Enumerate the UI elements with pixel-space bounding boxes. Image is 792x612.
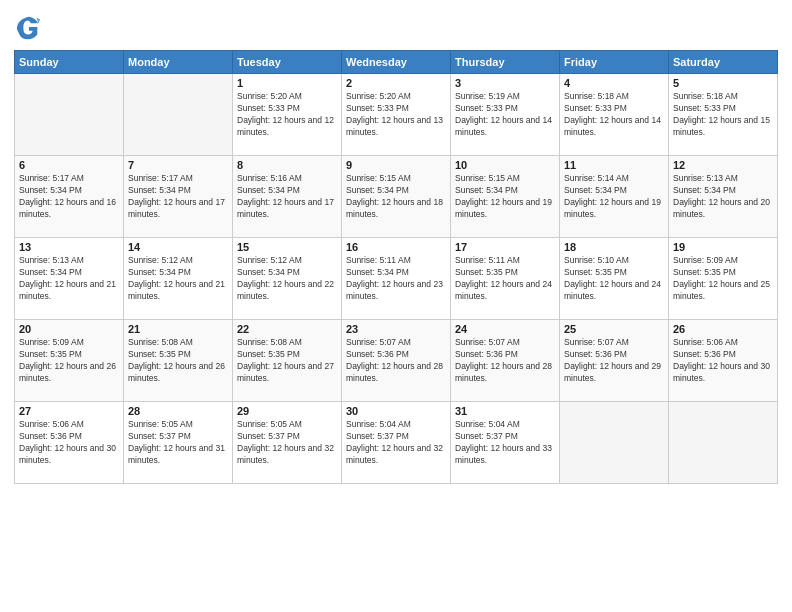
calendar-body: 1Sunrise: 5:20 AM Sunset: 5:33 PM Daylig… [15, 74, 778, 484]
day-cell: 30Sunrise: 5:04 AM Sunset: 5:37 PM Dayli… [342, 402, 451, 484]
logo [14, 14, 44, 42]
day-cell [560, 402, 669, 484]
day-number: 7 [128, 159, 228, 171]
day-cell: 26Sunrise: 5:06 AM Sunset: 5:36 PM Dayli… [669, 320, 778, 402]
day-cell: 5Sunrise: 5:18 AM Sunset: 5:33 PM Daylig… [669, 74, 778, 156]
day-cell: 29Sunrise: 5:05 AM Sunset: 5:37 PM Dayli… [233, 402, 342, 484]
day-number: 8 [237, 159, 337, 171]
day-number: 30 [346, 405, 446, 417]
calendar: SundayMondayTuesdayWednesdayThursdayFrid… [14, 50, 778, 484]
day-info: Sunrise: 5:14 AM Sunset: 5:34 PM Dayligh… [564, 173, 664, 221]
header-day-monday: Monday [124, 51, 233, 74]
day-cell: 23Sunrise: 5:07 AM Sunset: 5:36 PM Dayli… [342, 320, 451, 402]
day-number: 31 [455, 405, 555, 417]
day-info: Sunrise: 5:17 AM Sunset: 5:34 PM Dayligh… [128, 173, 228, 221]
day-info: Sunrise: 5:10 AM Sunset: 5:35 PM Dayligh… [564, 255, 664, 303]
day-number: 21 [128, 323, 228, 335]
day-cell [15, 74, 124, 156]
day-info: Sunrise: 5:17 AM Sunset: 5:34 PM Dayligh… [19, 173, 119, 221]
day-info: Sunrise: 5:08 AM Sunset: 5:35 PM Dayligh… [237, 337, 337, 385]
day-cell: 25Sunrise: 5:07 AM Sunset: 5:36 PM Dayli… [560, 320, 669, 402]
day-cell: 17Sunrise: 5:11 AM Sunset: 5:35 PM Dayli… [451, 238, 560, 320]
header-day-friday: Friday [560, 51, 669, 74]
day-number: 16 [346, 241, 446, 253]
day-number: 22 [237, 323, 337, 335]
day-cell: 21Sunrise: 5:08 AM Sunset: 5:35 PM Dayli… [124, 320, 233, 402]
day-cell: 22Sunrise: 5:08 AM Sunset: 5:35 PM Dayli… [233, 320, 342, 402]
day-info: Sunrise: 5:12 AM Sunset: 5:34 PM Dayligh… [237, 255, 337, 303]
header-day-wednesday: Wednesday [342, 51, 451, 74]
day-number: 24 [455, 323, 555, 335]
day-number: 12 [673, 159, 773, 171]
day-number: 9 [346, 159, 446, 171]
day-cell: 24Sunrise: 5:07 AM Sunset: 5:36 PM Dayli… [451, 320, 560, 402]
calendar-header: SundayMondayTuesdayWednesdayThursdayFrid… [15, 51, 778, 74]
day-cell: 19Sunrise: 5:09 AM Sunset: 5:35 PM Dayli… [669, 238, 778, 320]
day-info: Sunrise: 5:12 AM Sunset: 5:34 PM Dayligh… [128, 255, 228, 303]
day-info: Sunrise: 5:07 AM Sunset: 5:36 PM Dayligh… [455, 337, 555, 385]
day-info: Sunrise: 5:13 AM Sunset: 5:34 PM Dayligh… [673, 173, 773, 221]
day-number: 18 [564, 241, 664, 253]
day-cell: 14Sunrise: 5:12 AM Sunset: 5:34 PM Dayli… [124, 238, 233, 320]
day-info: Sunrise: 5:20 AM Sunset: 5:33 PM Dayligh… [237, 91, 337, 139]
day-number: 17 [455, 241, 555, 253]
header-day-tuesday: Tuesday [233, 51, 342, 74]
day-cell: 20Sunrise: 5:09 AM Sunset: 5:35 PM Dayli… [15, 320, 124, 402]
header-day-sunday: Sunday [15, 51, 124, 74]
day-info: Sunrise: 5:15 AM Sunset: 5:34 PM Dayligh… [455, 173, 555, 221]
day-info: Sunrise: 5:04 AM Sunset: 5:37 PM Dayligh… [455, 419, 555, 467]
day-number: 5 [673, 77, 773, 89]
day-info: Sunrise: 5:09 AM Sunset: 5:35 PM Dayligh… [19, 337, 119, 385]
day-info: Sunrise: 5:09 AM Sunset: 5:35 PM Dayligh… [673, 255, 773, 303]
day-cell: 6Sunrise: 5:17 AM Sunset: 5:34 PM Daylig… [15, 156, 124, 238]
day-cell [124, 74, 233, 156]
day-info: Sunrise: 5:05 AM Sunset: 5:37 PM Dayligh… [128, 419, 228, 467]
day-info: Sunrise: 5:15 AM Sunset: 5:34 PM Dayligh… [346, 173, 446, 221]
header-row: SundayMondayTuesdayWednesdayThursdayFrid… [15, 51, 778, 74]
day-cell: 11Sunrise: 5:14 AM Sunset: 5:34 PM Dayli… [560, 156, 669, 238]
day-number: 15 [237, 241, 337, 253]
day-cell: 15Sunrise: 5:12 AM Sunset: 5:34 PM Dayli… [233, 238, 342, 320]
week-row-2: 6Sunrise: 5:17 AM Sunset: 5:34 PM Daylig… [15, 156, 778, 238]
day-info: Sunrise: 5:13 AM Sunset: 5:34 PM Dayligh… [19, 255, 119, 303]
week-row-4: 20Sunrise: 5:09 AM Sunset: 5:35 PM Dayli… [15, 320, 778, 402]
day-cell: 31Sunrise: 5:04 AM Sunset: 5:37 PM Dayli… [451, 402, 560, 484]
day-number: 11 [564, 159, 664, 171]
week-row-1: 1Sunrise: 5:20 AM Sunset: 5:33 PM Daylig… [15, 74, 778, 156]
day-cell: 9Sunrise: 5:15 AM Sunset: 5:34 PM Daylig… [342, 156, 451, 238]
day-cell: 12Sunrise: 5:13 AM Sunset: 5:34 PM Dayli… [669, 156, 778, 238]
day-number: 10 [455, 159, 555, 171]
day-number: 6 [19, 159, 119, 171]
day-cell: 3Sunrise: 5:19 AM Sunset: 5:33 PM Daylig… [451, 74, 560, 156]
day-cell: 4Sunrise: 5:18 AM Sunset: 5:33 PM Daylig… [560, 74, 669, 156]
day-cell: 28Sunrise: 5:05 AM Sunset: 5:37 PM Dayli… [124, 402, 233, 484]
day-info: Sunrise: 5:20 AM Sunset: 5:33 PM Dayligh… [346, 91, 446, 139]
day-number: 19 [673, 241, 773, 253]
day-number: 28 [128, 405, 228, 417]
day-info: Sunrise: 5:07 AM Sunset: 5:36 PM Dayligh… [564, 337, 664, 385]
header-day-saturday: Saturday [669, 51, 778, 74]
day-cell: 7Sunrise: 5:17 AM Sunset: 5:34 PM Daylig… [124, 156, 233, 238]
day-number: 23 [346, 323, 446, 335]
day-number: 14 [128, 241, 228, 253]
day-number: 3 [455, 77, 555, 89]
day-info: Sunrise: 5:19 AM Sunset: 5:33 PM Dayligh… [455, 91, 555, 139]
day-info: Sunrise: 5:11 AM Sunset: 5:34 PM Dayligh… [346, 255, 446, 303]
day-info: Sunrise: 5:18 AM Sunset: 5:33 PM Dayligh… [673, 91, 773, 139]
page: SundayMondayTuesdayWednesdayThursdayFrid… [0, 0, 792, 612]
day-info: Sunrise: 5:08 AM Sunset: 5:35 PM Dayligh… [128, 337, 228, 385]
day-cell: 2Sunrise: 5:20 AM Sunset: 5:33 PM Daylig… [342, 74, 451, 156]
day-number: 13 [19, 241, 119, 253]
header [14, 10, 778, 42]
day-cell: 8Sunrise: 5:16 AM Sunset: 5:34 PM Daylig… [233, 156, 342, 238]
day-info: Sunrise: 5:07 AM Sunset: 5:36 PM Dayligh… [346, 337, 446, 385]
day-cell: 27Sunrise: 5:06 AM Sunset: 5:36 PM Dayli… [15, 402, 124, 484]
day-number: 25 [564, 323, 664, 335]
day-cell: 18Sunrise: 5:10 AM Sunset: 5:35 PM Dayli… [560, 238, 669, 320]
day-info: Sunrise: 5:18 AM Sunset: 5:33 PM Dayligh… [564, 91, 664, 139]
day-info: Sunrise: 5:05 AM Sunset: 5:37 PM Dayligh… [237, 419, 337, 467]
day-number: 26 [673, 323, 773, 335]
day-info: Sunrise: 5:06 AM Sunset: 5:36 PM Dayligh… [19, 419, 119, 467]
day-cell [669, 402, 778, 484]
day-number: 4 [564, 77, 664, 89]
